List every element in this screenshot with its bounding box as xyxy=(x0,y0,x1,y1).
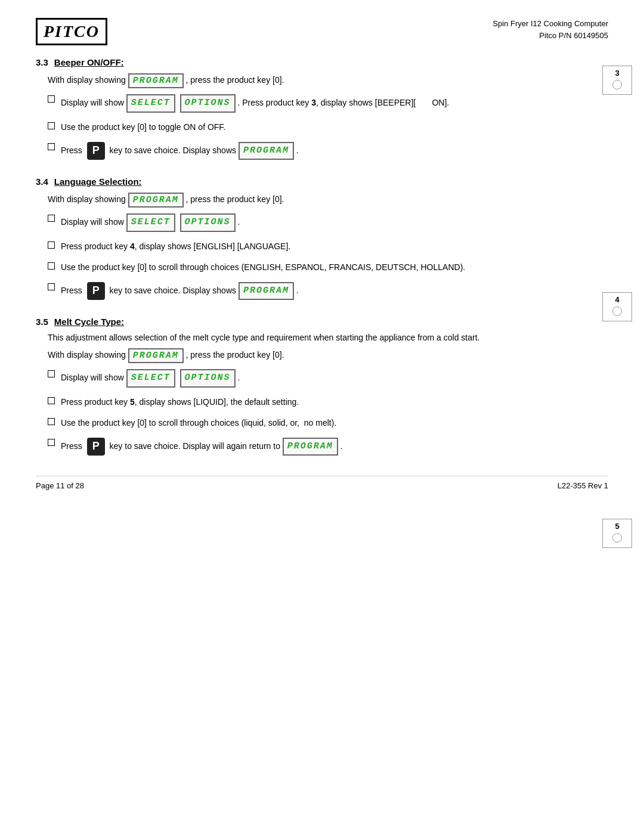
section-3-4-body: With display showing PROGRAM , press the… xyxy=(48,193,608,300)
section-3-4-list: Display will show SELECT OPTIONS . Press… xyxy=(48,213,608,300)
bullet-icon xyxy=(48,439,55,446)
bullet-icon xyxy=(48,262,55,270)
bullet-icon xyxy=(48,241,55,249)
list-item: Press product key 4, display shows [ENGL… xyxy=(48,240,608,253)
header-title: Spin Fryer I12 Cooking Computer Pitco P/… xyxy=(493,18,608,41)
title-line2: Pitco P/N 60149505 xyxy=(493,30,608,42)
bullet-text: Display will show SELECT OPTIONS . xyxy=(61,213,608,232)
section-3-5-list: Display will show SELECT OPTIONS . Press… xyxy=(48,369,608,456)
bullet-text: Press product key 5, display shows [LIQU… xyxy=(61,396,608,408)
lcd-options-1: OPTIONS xyxy=(180,94,236,113)
bullet-icon xyxy=(48,95,55,103)
bullet-icon xyxy=(48,418,55,425)
list-item: Press product key 5, display shows [LIQU… xyxy=(48,396,608,408)
bullet-icon xyxy=(48,215,55,222)
key-num-4: 4 xyxy=(615,295,619,304)
bullet-icon xyxy=(48,143,55,150)
p-key-button-2: P xyxy=(87,282,105,300)
key-num-3: 3 xyxy=(615,69,619,78)
section-3-5-intro: With display showing PROGRAM , press the… xyxy=(48,348,608,363)
p-key-button-3: P xyxy=(87,438,105,456)
section-3-3-intro: With display showing PROGRAM , press the… xyxy=(48,73,608,88)
bullet-text: Use the product key [0] to scroll throug… xyxy=(61,261,608,274)
list-item: Use the product key [0] to toggle ON of … xyxy=(48,121,608,134)
bullet-icon xyxy=(48,283,55,290)
page-number: Page 11 of 28 xyxy=(36,481,84,490)
lcd-program-2: PROGRAM xyxy=(239,142,294,160)
key-box-5: 5 xyxy=(602,519,632,548)
section-3-3-heading: 3.3Beeper ON/OFF: xyxy=(36,57,608,67)
bullet-text: Press product key 4, display shows [ENGL… xyxy=(61,240,608,253)
bullet-icon xyxy=(48,122,55,129)
lcd-program-5: PROGRAM xyxy=(128,348,184,363)
section-3-5: 3.5Melt Cycle Type: This adjustment allo… xyxy=(36,317,608,456)
lcd-program-6: PROGRAM xyxy=(283,438,338,456)
list-item: Display will show SELECT OPTIONS . xyxy=(48,369,608,388)
list-item: Press P key to save choice. Display show… xyxy=(48,282,608,301)
section-3-5-body: This adjustment allows selection of the … xyxy=(48,333,608,456)
page-footer: Page 11 of 28 L22-355 Rev 1 xyxy=(36,476,608,490)
section-3-5-heading: 3.5Melt Cycle Type: xyxy=(36,317,608,327)
key-circle-4 xyxy=(612,306,622,316)
lcd-program-4: PROGRAM xyxy=(239,282,294,301)
bullet-text: Use the product key [0] to scroll throug… xyxy=(61,417,608,429)
section-3-5-desc: This adjustment allows selection of the … xyxy=(48,333,608,342)
list-item: Use the product key [0] to scroll throug… xyxy=(48,261,608,274)
section-3-4-intro: With display showing PROGRAM , press the… xyxy=(48,193,608,208)
key-num-5: 5 xyxy=(615,522,619,531)
bullet-text: Display will show SELECT OPTIONS . xyxy=(61,369,608,388)
p-key-button: P xyxy=(87,142,105,160)
page-wrapper: PITCO Spin Fryer I12 Cooking Computer Pi… xyxy=(0,0,644,508)
section-3-3: 3.3Beeper ON/OFF: With display showing P… xyxy=(36,57,608,160)
logo: PITCO xyxy=(36,18,107,45)
section-3-4: 3.4Language Selection: With display show… xyxy=(36,176,608,300)
section-3-3-list: Display will show SELECT OPTIONS . Press… xyxy=(48,94,608,160)
lcd-select-2: SELECT xyxy=(126,213,175,232)
lcd-options-2: OPTIONS xyxy=(180,213,236,232)
lcd-select-3: SELECT xyxy=(126,369,175,388)
page-header: PITCO Spin Fryer I12 Cooking Computer Pi… xyxy=(36,18,608,45)
lcd-select-1: SELECT xyxy=(126,94,175,113)
lcd-program-1: PROGRAM xyxy=(128,73,184,88)
bullet-text: Press P key to save choice. Display show… xyxy=(61,282,608,301)
section-3-4-heading: 3.4Language Selection: xyxy=(36,176,608,187)
lcd-options-3: OPTIONS xyxy=(180,369,236,388)
key-circle-3 xyxy=(612,80,622,89)
bullet-text: Press P key to save choice. Display will… xyxy=(61,438,608,456)
list-item: Use the product key [0] to scroll throug… xyxy=(48,417,608,429)
bullet-text: Press P key to save choice. Display show… xyxy=(61,142,608,160)
logo-text: PITCO xyxy=(44,22,100,41)
bullet-text: Display will show SELECT OPTIONS . Press… xyxy=(61,94,608,113)
list-item: Press P key to save choice. Display show… xyxy=(48,142,608,160)
key-box-4: 4 xyxy=(602,292,632,321)
key-box-3: 3 xyxy=(602,66,632,95)
section-3-3-body: With display showing PROGRAM , press the… xyxy=(48,73,608,160)
list-item: Press P key to save choice. Display will… xyxy=(48,438,608,456)
lcd-program-3: PROGRAM xyxy=(128,193,184,208)
title-line1: Spin Fryer I12 Cooking Computer xyxy=(493,18,608,30)
list-item: Display will show SELECT OPTIONS . Press… xyxy=(48,94,608,113)
bullet-text: Use the product key [0] to toggle ON of … xyxy=(61,121,608,134)
list-item: Display will show SELECT OPTIONS . xyxy=(48,213,608,232)
bullet-icon xyxy=(48,370,55,377)
key-circle-5 xyxy=(612,533,622,543)
bullet-icon xyxy=(48,397,55,404)
revision-number: L22-355 Rev 1 xyxy=(558,481,608,490)
